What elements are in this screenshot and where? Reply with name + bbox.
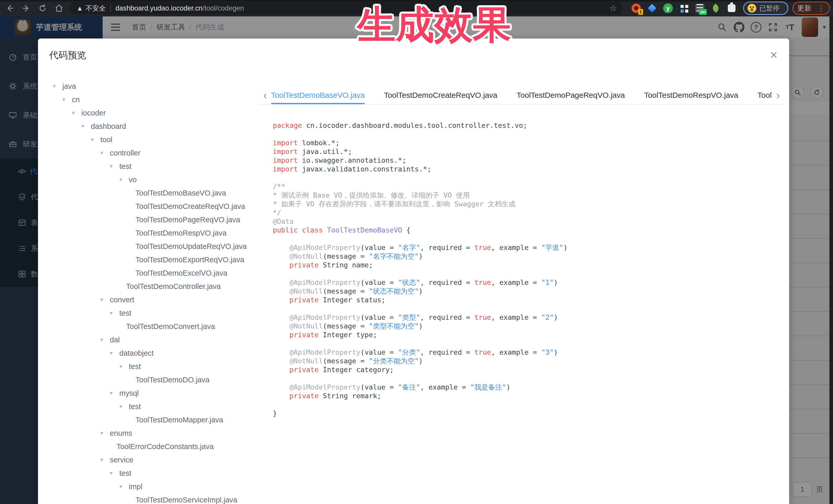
tree-node[interactable]: ▾vo [38,173,259,186]
tabs-scroll-left-icon[interactable]: ‹ [259,86,271,104]
tree-node[interactable]: ▾dal [38,333,259,346]
code-line: private String remark; [273,391,789,400]
extension-grid-icon[interactable] [676,2,692,15]
tree-node-label: ToolTestDemoMapper.java [136,416,223,424]
tree-node[interactable]: ▾java [38,79,259,93]
caret-down-icon[interactable]: ▾ [119,176,129,183]
address-bar[interactable]: ▲ 不安全 dashboard.yudao.iocoder.cn/tool/co… [69,2,623,15]
security-label[interactable]: 不安全 [86,4,106,13]
tree-node[interactable]: ▾iocoder [38,106,259,120]
caret-down-icon[interactable]: ▾ [100,150,110,156]
caret-down-icon[interactable]: ▾ [53,83,62,90]
tree-node-label: test [129,402,141,411]
browser-forward-button[interactable] [20,2,33,15]
dialog-body: ▾java▾cn▾iocoder▾dashboard▾tool▾controll… [38,72,789,504]
tree-node-label: mysql [119,389,139,398]
tab-file[interactable]: ToolTestDemoCreateReqVO.java [384,86,497,104]
code-line: @NotNull(message = "名字不能为空") [273,252,789,261]
dialog-title: 代码预览 [49,49,86,62]
tabs-scroll-right-icon[interactable]: › [772,86,784,104]
tree-node[interactable]: ToolTestDemoExcelVO.java [38,266,259,280]
tree-node[interactable]: ToolTestDemoConvert.java [38,320,259,333]
tree-node[interactable]: ▾dataobject [38,346,259,360]
code-line [273,304,789,313]
tree-node-label: convert [110,296,134,304]
tree-node[interactable]: ▾test [38,160,259,173]
caret-down-icon[interactable]: ▾ [100,430,110,436]
extension-y-icon[interactable]: y [660,2,676,15]
tree-node[interactable]: ToolTestDemoRespVO.java [38,226,259,240]
caret-down-icon[interactable]: ▾ [110,310,119,316]
caret-down-icon[interactable]: ▾ [100,296,110,303]
update-label: 更新 [797,4,811,13]
browser-refresh-button[interactable] [36,2,49,15]
tree-node[interactable]: ToolTestDemoController.java [38,280,259,293]
code-line: import lombok.*; [273,139,789,147]
tree-node[interactable]: ToolErrorCodeConstants.java [38,440,259,453]
tree-node[interactable]: ToolTestDemoPageReqVO.java [38,213,259,226]
extension-gem-icon[interactable] [644,2,660,15]
code-preview-dialog: 代码预览 ✕ ▾java▾cn▾iocoder▾dashboard▾tool▾c… [38,39,789,504]
bookmark-star-icon[interactable]: ☆ [610,3,617,13]
caret-down-icon[interactable]: ▾ [110,390,119,397]
caret-down-icon[interactable]: ▾ [72,110,81,116]
forward-arrow-icon [22,4,31,13]
browser-back-button[interactable] [3,2,17,15]
caret-down-icon[interactable]: ▾ [62,96,72,103]
tree-node[interactable]: ToolTestDemoServiceImpl.java [38,493,259,504]
caret-down-icon[interactable]: ▾ [119,483,129,490]
browser-update-button[interactable]: 更新 ⋮ [792,2,830,15]
tree-node[interactable]: ToolTestDemoDO.java [38,373,259,386]
tree-node-label: test [129,362,141,371]
caret-down-icon[interactable]: ▾ [100,336,110,343]
extension-leaf-icon[interactable] [708,2,724,15]
tree-node[interactable]: ▾enums [38,427,259,440]
extension-script-icon[interactable]: on [692,2,708,15]
caret-down-icon[interactable]: ▾ [110,470,119,477]
tree-node[interactable]: ▾impl [38,480,259,493]
tree-node[interactable]: ▾tool [38,133,259,146]
tree-node[interactable]: ToolTestDemoUpdateReqVO.java [38,240,259,253]
tree-node[interactable]: ▾mysql [38,386,259,400]
tab-file[interactable]: ToolTestDemoRespVO.java [644,86,738,104]
tree-node[interactable]: ▾service [38,453,259,466]
caret-down-icon[interactable]: ▾ [100,457,110,463]
code-line: @ApiModelProperty(value = "类型", required… [273,313,789,322]
caret-down-icon[interactable]: ▾ [110,163,119,170]
extension-ubuntu-icon[interactable]: 1 [628,2,644,15]
paused-extension-pill[interactable]: 已暂停 [743,2,788,15]
code-line: @NotNull(message = "分类不能为空") [273,357,789,365]
tree-node[interactable]: ▾dashboard [38,120,259,133]
tree-node[interactable]: ToolTestDemoExportReqVO.java [38,253,259,266]
code-line [273,339,789,348]
caret-down-icon[interactable]: ▾ [119,363,129,370]
code-line [273,400,789,409]
caret-down-icon[interactable]: ▾ [110,350,119,356]
tree-node-label: test [119,162,132,171]
tree-node-label: ToolTestDemoRespVO.java [136,229,227,237]
close-icon[interactable]: ✕ [770,50,778,61]
caret-down-icon[interactable]: ▾ [91,136,100,143]
kebab-menu-icon[interactable]: ⋮ [817,6,825,10]
code-line: public class ToolTestDemoBaseVO { [273,226,789,235]
caret-down-icon[interactable]: ▾ [81,123,91,129]
tab-file[interactable]: ToolTestDemoUpdateReqVO.java [758,86,772,104]
tree-node[interactable]: ToolTestDemoBaseVO.java [38,186,259,200]
tree-node[interactable]: ▾controller [38,146,259,160]
tree-node[interactable]: ▾test [38,360,259,373]
tree-node[interactable]: ▾convert [38,293,259,306]
tree-node[interactable]: ▾test [38,306,259,320]
code-line: private String name; [273,261,789,269]
tree-node[interactable]: ▾test [38,400,259,413]
code-line: @ApiModelProperty(value = "分类", required… [273,348,789,357]
tree-node[interactable]: ▾test [38,466,259,480]
tab-file[interactable]: ToolTestDemoBaseVO.java [271,86,365,104]
tree-node[interactable]: ToolTestDemoCreateReqVO.java [38,200,259,213]
extension-puzzle-icon[interactable] [724,2,740,15]
tab-file[interactable]: ToolTestDemoPageReqVO.java [517,86,625,104]
caret-down-icon[interactable]: ▾ [119,403,129,410]
tree-node[interactable]: ToolTestDemoMapper.java [38,413,259,427]
browser-home-button[interactable] [52,2,66,15]
tree-node[interactable]: ▾cn [38,93,259,106]
browser-scrollbar[interactable] [829,17,833,504]
